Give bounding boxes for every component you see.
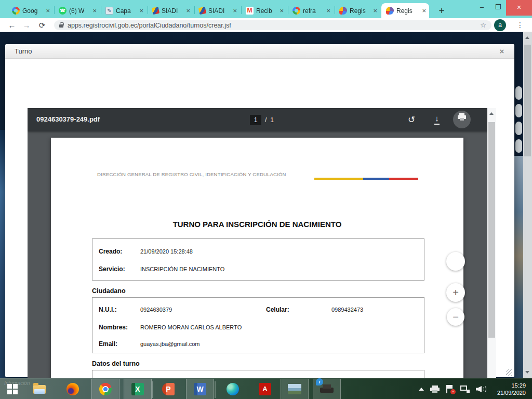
action-center-flag-icon[interactable]: ×: [446, 385, 454, 393]
adobe-reader-button[interactable]: A: [254, 379, 276, 399]
tab-close-icon[interactable]: ×: [233, 7, 237, 15]
windows-logo-icon: [7, 384, 18, 394]
rotate-icon[interactable]: ↺: [405, 114, 418, 126]
file-explorer-button[interactable]: [28, 379, 51, 399]
tab-close-icon[interactable]: ×: [280, 7, 284, 15]
start-button[interactable]: [1, 379, 24, 399]
new-tab-button[interactable]: +: [435, 5, 448, 17]
tab-close-icon[interactable]: ×: [46, 7, 50, 15]
forward-button[interactable]: →: [21, 20, 32, 31]
tab-google[interactable]: Goog ×: [7, 3, 53, 18]
tab-label: refra: [303, 7, 324, 15]
pdf-scrollbar-thumb[interactable]: [488, 122, 495, 338]
tab-close-icon[interactable]: ×: [186, 7, 190, 15]
tab-label: Regis: [350, 7, 370, 15]
print-button[interactable]: [453, 111, 471, 128]
tab-close-icon[interactable]: ×: [92, 7, 97, 15]
document-title: TURNO PARA INSCRIPCIÓN DE NACIMIENTO: [51, 220, 463, 229]
fit-to-page-button[interactable]: [446, 252, 465, 271]
url-text[interactable]: apps.registrocivil.gob.ec/portalCiudadan…: [68, 22, 476, 29]
address-bar[interactable]: apps.registrocivil.gob.ec/portalCiudadan…: [54, 20, 491, 30]
creado-value: 21/09/2020 15:28:48: [140, 248, 193, 255]
dialog-resize-grip[interactable]: [506, 369, 512, 376]
tray-printer-icon[interactable]: [430, 385, 440, 393]
tab-label: Regis: [396, 7, 419, 15]
padlock-icon[interactable]: [59, 24, 63, 28]
servicio-value: INSCRIPCIÓN DE NACIMIENTO: [140, 266, 224, 272]
window-restore-button[interactable]: ❐: [490, 0, 506, 16]
flag-red-segment: [389, 178, 418, 180]
zoom-in-button[interactable]: +: [446, 283, 465, 302]
browser-menu-icon[interactable]: ⋮: [515, 19, 525, 31]
tab-close-icon[interactable]: ×: [139, 7, 143, 15]
reload-button[interactable]: ⟳: [36, 20, 48, 31]
fit-to-page-icon: [452, 258, 459, 265]
creado-label: Creado:: [99, 248, 122, 255]
form-favicon-icon: ✎: [105, 7, 113, 15]
tray-expand-icon[interactable]: [419, 388, 424, 391]
tab-label: Recib: [256, 7, 277, 15]
pdf-scrollbar[interactable]: [487, 108, 496, 395]
tab-capa[interactable]: ✎ Capa ×: [101, 3, 147, 18]
clock-time: 15:29: [487, 382, 526, 389]
edge-button[interactable]: [221, 379, 244, 399]
dialog-close-icon[interactable]: ×: [497, 46, 507, 57]
zoom-out-button[interactable]: −: [447, 308, 464, 326]
tab-separator: [241, 6, 242, 14]
tab-close-icon[interactable]: ×: [326, 7, 330, 15]
clock-date: 21/09/2020: [487, 389, 526, 396]
email-value: guayas.jba@gmail.com: [140, 341, 200, 347]
photo-viewer-icon: [288, 384, 301, 394]
page-scrollbar[interactable]: [523, 32, 532, 378]
pdf-filename: 0924630379-249.pdf: [36, 115, 100, 123]
page-scrollbar-thumb[interactable]: [524, 45, 531, 156]
minus-icon: −: [453, 311, 459, 323]
printer-app-button[interactable]: i: [313, 379, 341, 399]
ciudadano-heading: Ciudadano: [92, 287, 126, 295]
printer-app-icon: i: [320, 384, 334, 394]
back-button[interactable]: ←: [6, 20, 18, 31]
tab-refranes[interactable]: refra ×: [288, 3, 334, 18]
tab-close-icon[interactable]: ×: [422, 7, 426, 15]
menu-pill-fragment: [515, 104, 522, 117]
taskbar-clock[interactable]: 15:29 21/09/2020: [487, 382, 526, 396]
scroll-down-icon[interactable]: [525, 371, 529, 374]
word-button[interactable]: W: [186, 379, 214, 399]
info-bubble-icon: i: [316, 378, 323, 385]
webpage-right-edge: [514, 32, 523, 378]
tab-separator: [54, 6, 55, 14]
flag-yellow-segment: [314, 178, 363, 180]
firefox-button[interactable]: [61, 379, 84, 399]
dialog-title: Turno: [15, 47, 32, 55]
scroll-up-icon[interactable]: [525, 36, 529, 39]
excel-button[interactable]: X: [124, 379, 152, 399]
pdf-viewer: 1 / 1 0924630379-249.pdf 1 / 1 ↺ ↓: [28, 108, 496, 395]
siad-favicon-icon: [152, 7, 159, 15]
window-minimize-button[interactable]: –: [474, 0, 490, 16]
tab-close-icon[interactable]: ×: [373, 7, 377, 15]
pdf-scroll-up-icon[interactable]: [489, 112, 494, 115]
download-icon[interactable]: ↓: [431, 114, 443, 126]
powerpoint-button[interactable]: P: [157, 379, 180, 399]
webpage-left-edge: [0, 130, 5, 378]
window-close-button[interactable]: ×: [506, 0, 532, 16]
dialog-header[interactable]: Turno ×: [5, 44, 514, 59]
network-icon[interactable]: [460, 385, 470, 393]
webpage-photo-fragment: [514, 156, 523, 378]
whatsapp-favicon-icon: ☎: [59, 7, 66, 15]
tab-label: Capa: [116, 7, 137, 15]
tab-whatsapp[interactable]: ☎ (6) W ×: [54, 3, 100, 18]
system-tray: ×: [419, 379, 486, 399]
tab-gmail[interactable]: M Recib ×: [241, 3, 287, 18]
tab-siadi-2[interactable]: SIADI ×: [194, 3, 240, 18]
profile-avatar[interactable]: a: [494, 19, 506, 31]
tab-registro-active[interactable]: Regis ×: [381, 3, 429, 18]
volume-icon[interactable]: [476, 385, 486, 393]
nombres-value: ROMERO MORAN CARLOS ALBERTO: [140, 324, 242, 330]
tab-registro-1[interactable]: Regis ×: [335, 3, 380, 18]
bookmark-star-icon[interactable]: ☆: [480, 21, 486, 29]
chrome-button[interactable]: [91, 379, 119, 399]
creation-info-box: [92, 238, 424, 281]
tab-siadi-1[interactable]: SIADI ×: [148, 3, 193, 18]
photo-viewer-button[interactable]: [281, 379, 309, 399]
